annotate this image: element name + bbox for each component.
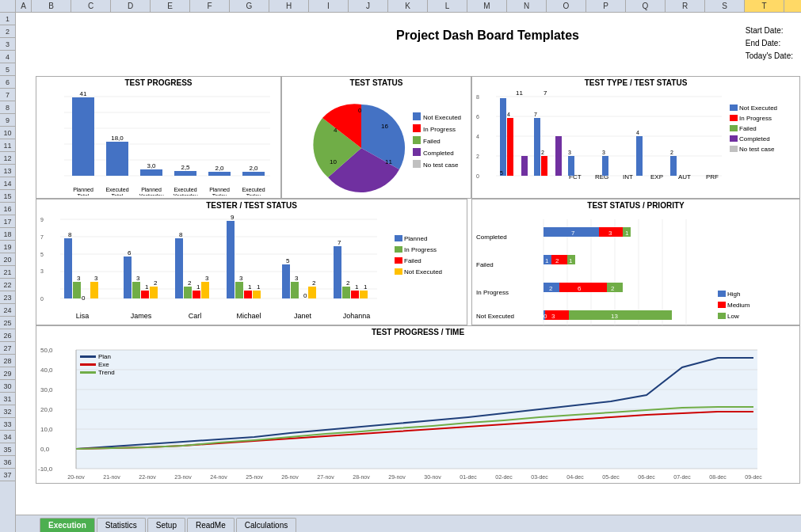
svg-text:7: 7: [544, 89, 547, 97]
svg-text:5: 5: [40, 252, 44, 257]
col-d: D: [111, 0, 151, 12]
svg-text:09-dec: 09-dec: [745, 474, 762, 480]
svg-rect-6: [72, 97, 94, 176]
svg-text:7: 7: [571, 230, 575, 237]
svg-text:03-dec: 03-dec: [531, 474, 548, 480]
chart-time-progress: TEST PROGRESS / TIME 50,0: [36, 325, 800, 484]
tab-statistics[interactable]: Statistics: [97, 518, 146, 532]
col-h: H: [269, 0, 309, 12]
svg-text:8: 8: [68, 231, 72, 238]
svg-rect-146: [253, 291, 261, 298]
tab-readme[interactable]: ReadMe: [187, 518, 235, 532]
svg-text:In Progress: In Progress: [476, 289, 509, 296]
svg-text:11: 11: [385, 158, 392, 165]
svg-text:41: 41: [80, 90, 87, 97]
svg-text:7: 7: [40, 234, 44, 240]
svg-text:21-nov: 21-nov: [103, 474, 120, 480]
svg-text:08-dec: 08-dec: [709, 474, 727, 480]
svg-text:James: James: [131, 312, 152, 320]
svg-text:0: 0: [476, 173, 479, 179]
svg-rect-14: [140, 169, 162, 176]
info-area: Start Date: End Date: Today's Date:: [746, 25, 793, 63]
svg-text:9: 9: [231, 214, 235, 221]
col-p: P: [586, 0, 626, 12]
svg-rect-43: [413, 160, 421, 168]
svg-text:0: 0: [544, 313, 547, 320]
today-date-label: Today's Date:: [746, 50, 793, 63]
tab-setup[interactable]: Setup: [147, 518, 185, 532]
svg-rect-101: [730, 135, 738, 142]
svg-rect-155: [308, 287, 316, 298]
svg-text:26-nov: 26-nov: [281, 474, 299, 480]
svg-text:01-dec: 01-dec: [460, 474, 477, 480]
svg-rect-56: [500, 98, 506, 176]
chart-status-priority: TEST STATUS / PRIORITY Completed Failed …: [471, 199, 800, 325]
svg-text:-10,0: -10,0: [38, 466, 53, 473]
svg-rect-213: [718, 291, 726, 297]
svg-rect-119: [90, 282, 98, 298]
bottom-tabs: Execution Statistics Setup ReadMe Calcul…: [16, 515, 801, 532]
svg-text:6: 6: [476, 114, 479, 120]
row-numbers: 1 2 3 4 5 6 7 8 9 10 11 12 13 14 15 16 1…: [0, 13, 16, 532]
svg-rect-196: [551, 255, 567, 264]
svg-rect-209: [569, 310, 672, 320]
svg-text:0: 0: [82, 294, 86, 302]
svg-rect-116: [64, 238, 72, 298]
svg-text:3: 3: [295, 275, 299, 282]
test-status-svg: 16 11 10 4 0 Not Executed In Progress Fa…: [282, 89, 472, 200]
svg-rect-65: [541, 156, 547, 176]
svg-text:2: 2: [312, 279, 316, 287]
end-date-label: End Date:: [746, 37, 793, 50]
svg-text:EXP: EXP: [650, 173, 663, 180]
svg-text:PRF: PRF: [706, 173, 719, 180]
svg-text:Janet: Janet: [294, 312, 312, 320]
svg-text:1: 1: [569, 257, 573, 264]
svg-text:Yesterday: Yesterday: [139, 193, 164, 196]
chart-test-status: TEST STATUS 16 11 10 4: [281, 76, 471, 199]
tab-execution[interactable]: Execution: [40, 518, 95, 532]
svg-text:2: 2: [555, 257, 559, 264]
svg-text:Failed: Failed: [423, 138, 441, 145]
svg-text:05-dec: 05-dec: [602, 474, 620, 480]
svg-text:Not Executed: Not Executed: [423, 114, 461, 121]
svg-rect-152: [282, 264, 290, 298]
svg-rect-208: [545, 310, 569, 320]
col-c: C: [71, 0, 111, 12]
svg-text:In Progress: In Progress: [404, 246, 437, 253]
svg-text:50,0: 50,0: [40, 347, 53, 354]
chart-test-progress: TEST PROGRESS 41 Planned Total: [36, 76, 281, 199]
svg-rect-67: [555, 136, 562, 176]
svg-text:3: 3: [602, 150, 605, 155]
col-r: R: [666, 0, 705, 12]
test-progress-svg: 41 Planned Total 18,0 Executed Total 3,0…: [36, 89, 280, 196]
svg-rect-143: [227, 221, 235, 298]
svg-text:3: 3: [568, 150, 571, 155]
page-title: Project Dash Board Templates: [293, 28, 682, 43]
svg-rect-259: [80, 371, 96, 374]
svg-text:2: 2: [188, 279, 192, 287]
svg-text:1: 1: [145, 283, 149, 291]
svg-text:4: 4: [476, 134, 479, 139]
svg-text:1: 1: [196, 283, 200, 291]
svg-text:Planned: Planned: [73, 187, 93, 192]
svg-text:18,0: 18,0: [111, 135, 124, 142]
svg-text:4: 4: [636, 130, 639, 135]
svg-text:2: 2: [541, 150, 544, 155]
svg-text:Total: Total: [78, 193, 90, 196]
svg-rect-163: [351, 291, 359, 298]
svg-rect-95: [730, 104, 738, 111]
svg-rect-37: [413, 124, 421, 132]
svg-text:20,0: 20,0: [40, 406, 53, 413]
svg-text:3: 3: [205, 275, 209, 282]
svg-text:Plan: Plan: [98, 353, 111, 360]
svg-text:1: 1: [625, 230, 629, 237]
svg-text:5: 5: [500, 170, 503, 176]
svg-text:INT: INT: [623, 173, 633, 180]
tester-svg: 0 3 5 7 9 8 3 3 0 Lisa: [36, 211, 468, 329]
tab-calculations[interactable]: Calculations: [236, 518, 296, 532]
svg-text:8: 8: [476, 94, 479, 100]
svg-text:4: 4: [334, 127, 338, 134]
svg-text:Planned: Planned: [404, 235, 427, 242]
svg-rect-125: [124, 256, 132, 298]
svg-text:0: 0: [358, 107, 362, 114]
